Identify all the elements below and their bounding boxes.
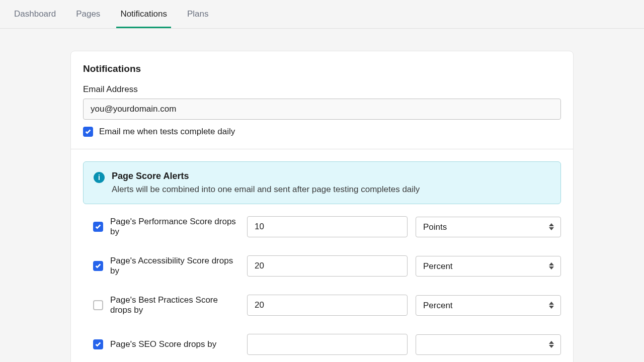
alert-checkbox-performance[interactable] — [93, 222, 103, 232]
alert-row-accessibility: Page's Accessibility Score drops by Perc… — [83, 255, 561, 277]
daily-email-checkbox-row: Email me when tests complete daily — [83, 127, 561, 137]
alert-label-accessibility: Page's Accessibility Score drops by — [110, 256, 239, 276]
callout-title: Page Score Alerts — [112, 171, 420, 182]
page-score-alerts-callout: i Page Score Alerts Alerts will be combi… — [83, 161, 561, 204]
alert-value-seo[interactable] — [247, 334, 408, 355]
alert-label-performance: Page's Performance Score drops by — [110, 217, 239, 237]
alert-unit-seo[interactable] — [416, 334, 561, 355]
alert-unit-performance[interactable]: Points — [416, 217, 561, 237]
alert-checkbox-best-practices[interactable] — [93, 300, 103, 310]
alert-value-best-practices[interactable] — [247, 295, 408, 316]
daily-email-label: Email me when tests complete daily — [99, 127, 235, 137]
notifications-section: Notifications Email Address Email me whe… — [71, 51, 573, 149]
alert-value-performance[interactable] — [247, 216, 408, 237]
check-icon — [95, 341, 102, 348]
page-title: Notifications — [83, 63, 561, 74]
check-icon — [95, 262, 102, 269]
tab-dashboard[interactable]: Dashboard — [14, 0, 56, 28]
alert-unit-accessibility[interactable]: Percent — [416, 256, 561, 277]
daily-email-checkbox[interactable] — [83, 127, 93, 137]
tab-pages[interactable]: Pages — [76, 0, 100, 28]
alert-label-best-practices: Page's Best Practices Score drops by — [110, 295, 239, 315]
tab-notifications[interactable]: Notifications — [120, 0, 167, 28]
tab-plans[interactable]: Plans — [187, 0, 209, 28]
email-field-label: Email Address — [83, 84, 561, 95]
callout-description: Alerts will be combined into one email a… — [112, 185, 420, 195]
alert-checkbox-accessibility[interactable] — [93, 261, 103, 271]
alert-row-best-practices: Page's Best Practices Score drops by Per… — [83, 295, 561, 316]
email-field[interactable] — [83, 99, 561, 120]
alert-label-seo: Page's SEO Score drops by — [110, 339, 216, 349]
section-divider — [71, 149, 573, 149]
info-icon: i — [94, 172, 105, 183]
alert-unit-best-practices[interactable]: Percent — [416, 295, 561, 316]
alert-row-performance: Page's Performance Score drops by Points — [83, 216, 561, 237]
alert-value-accessibility[interactable] — [247, 255, 408, 277]
tab-bar: Dashboard Pages Notifications Plans — [0, 0, 644, 29]
content-panel: Notifications Email Address Email me whe… — [70, 51, 574, 362]
check-icon — [85, 128, 92, 135]
alert-row-seo: Page's SEO Score drops by — [83, 334, 561, 355]
alert-checkbox-seo[interactable] — [93, 339, 103, 349]
alerts-section: Page's Performance Score drops by Points… — [71, 216, 573, 362]
check-icon — [95, 223, 102, 230]
